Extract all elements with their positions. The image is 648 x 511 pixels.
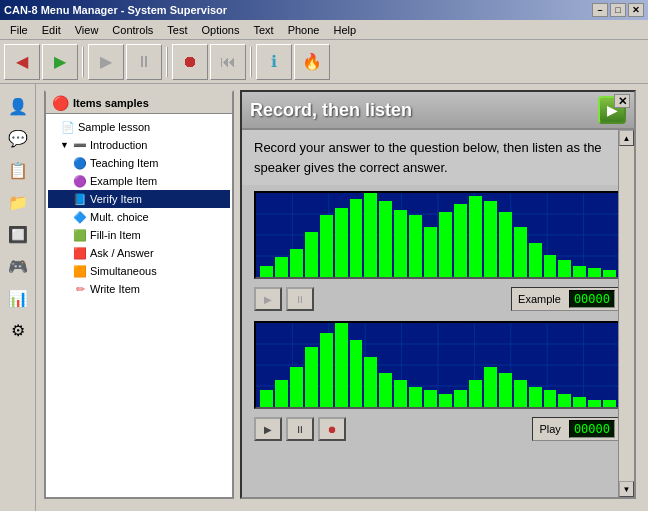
tree-item-sample-lesson[interactable]: 📄Sample lesson [48, 118, 230, 136]
waveform-bar [275, 380, 288, 407]
waveform-bar [469, 196, 482, 277]
waveform2-label-box: Play 00000 [532, 417, 622, 441]
tree-icon-introduction: ➖ [72, 137, 88, 153]
tree-item-ask-answer[interactable]: 🟥Ask / Answer [48, 244, 230, 262]
waveform-bar [394, 380, 407, 407]
waveform-bar [335, 323, 348, 407]
toolbar-btn-1[interactable]: ▶ [42, 44, 78, 80]
waveform-bar [529, 387, 542, 407]
tree-item-simultaneous[interactable]: 🟧Simultaneous [48, 262, 230, 280]
toolbar-btn-2[interactable]: ▶ [88, 44, 124, 80]
menu-item-edit[interactable]: Edit [36, 22, 67, 38]
menu-item-text[interactable]: Text [247, 22, 279, 38]
waveform-bar [305, 347, 318, 407]
toolbar-btn-3[interactable]: ⏸ [126, 44, 162, 80]
right-panel-scrollbar[interactable]: ▲ ▼ [618, 130, 634, 497]
waveform-bar [379, 373, 392, 407]
waveform-bar [305, 232, 318, 277]
waveform-bar [260, 266, 273, 277]
waveform1-counter: 00000 [569, 290, 615, 308]
left-icon-1[interactable]: 💬 [4, 124, 32, 152]
left-icon-3[interactable]: 📁 [4, 188, 32, 216]
waveform-bar [379, 201, 392, 277]
waveform-bar [499, 373, 512, 407]
scroll-track[interactable] [619, 146, 634, 481]
tree-item-introduction[interactable]: ▼➖Introduction [48, 136, 230, 154]
left-icon-5[interactable]: 🎮 [4, 252, 32, 280]
waveform-2 [254, 321, 622, 409]
tree-icon-simultaneous: 🟧 [72, 263, 88, 279]
tree-item-fill-in-item[interactable]: 🟩Fill-in Item [48, 226, 230, 244]
waveform-bar [484, 367, 497, 407]
menu-item-help[interactable]: Help [327, 22, 362, 38]
waveform2-play-btn[interactable]: ▶ [254, 417, 282, 441]
waveform-bar [320, 333, 333, 407]
waveform-bar [588, 400, 601, 407]
waveform-bar [290, 367, 303, 407]
toolbar-btn-5[interactable]: ⏮ [210, 44, 246, 80]
panel-title-text: Items samples [73, 97, 149, 109]
tree-label-sample-lesson: Sample lesson [78, 121, 150, 133]
tree-label-introduction: Introduction [90, 139, 147, 151]
tree-item-write-item[interactable]: ✏Write Item [48, 280, 230, 298]
record-header: Record, then listen ▶ [242, 92, 634, 130]
maximize-button[interactable]: □ [610, 3, 626, 17]
left-icon-7[interactable]: ⚙ [4, 316, 32, 344]
toolbar-btn-4[interactable]: ⏺ [172, 44, 208, 80]
menu-item-test[interactable]: Test [161, 22, 193, 38]
waveform1-controls: ▶ ⏸ Example 00000 [248, 285, 628, 315]
toolbar-btn-0[interactable]: ◀ [4, 44, 40, 80]
waveform2-record-btn[interactable]: ⏺ [318, 417, 346, 441]
waveform-bar [603, 400, 616, 407]
waveform-1 [254, 191, 622, 279]
waveform1-pause-btn[interactable]: ⏸ [286, 287, 314, 311]
title-bar-buttons: – □ ✕ [592, 3, 644, 17]
left-icon-6[interactable]: 📊 [4, 284, 32, 312]
waveform-bar [439, 212, 452, 277]
tree-icon-fill-in-item: 🟩 [72, 227, 88, 243]
title-bar-text: CAN-8 Menu Manager - System Supervisor [4, 4, 227, 16]
menu-item-phone[interactable]: Phone [282, 22, 326, 38]
menu-item-options[interactable]: Options [196, 22, 246, 38]
panel-title-icon: 🔴 [52, 95, 69, 111]
waveform-bar [409, 387, 422, 407]
tree-area[interactable]: 📄Sample lesson▼➖Introduction🔵Teaching It… [46, 114, 232, 497]
scroll-up-btn[interactable]: ▲ [619, 130, 634, 146]
waveform-bar [364, 193, 377, 277]
tree-item-mult-choice[interactable]: 🔷Mult. choice [48, 208, 230, 226]
tree-label-teaching-item: Teaching Item [90, 157, 158, 169]
tree-label-verify-item: Verify Item [90, 193, 142, 205]
tree-label-ask-answer: Ask / Answer [90, 247, 154, 259]
waveform-bar [350, 340, 363, 407]
tree-icon-mult-choice: 🔷 [72, 209, 88, 225]
menu-item-file[interactable]: File [4, 22, 34, 38]
tree-item-verify-item[interactable]: 📘Verify Item [48, 190, 230, 208]
menu-item-view[interactable]: View [69, 22, 105, 38]
left-icon-2[interactable]: 📋 [4, 156, 32, 184]
waveform-bar [514, 227, 527, 277]
waveform-bar [409, 215, 422, 277]
waveform-bar [454, 204, 467, 277]
toolbar-btn-7[interactable]: 🔥 [294, 44, 330, 80]
toolbar-separator-5 [250, 47, 252, 77]
scroll-down-btn[interactable]: ▼ [619, 481, 634, 497]
tree-icon-ask-answer: 🟥 [72, 245, 88, 261]
waveform-bar [350, 199, 363, 277]
record-panel: Record, then listen ▶ ✕ Record your answ… [240, 90, 636, 499]
tree-item-example-item[interactable]: 🟣Example Item [48, 172, 230, 190]
waveform2-pause-btn[interactable]: ⏸ [286, 417, 314, 441]
menu-item-controls[interactable]: Controls [106, 22, 159, 38]
waveform-bar [529, 243, 542, 277]
waveform-bar [439, 394, 452, 407]
waveform1-play-btn[interactable]: ▶ [254, 287, 282, 311]
minimize-button[interactable]: – [592, 3, 608, 17]
left-icon-4[interactable]: 🔲 [4, 220, 32, 248]
tree-item-teaching-item[interactable]: 🔵Teaching Item [48, 154, 230, 172]
waveform-bar [544, 255, 557, 277]
left-strip: 👤💬📋📁🔲🎮📊⚙ [0, 84, 36, 511]
left-icon-0[interactable]: 👤 [4, 92, 32, 120]
panel-close-button[interactable]: ✕ [614, 94, 630, 108]
close-button[interactable]: ✕ [628, 3, 644, 17]
waveform-bar [290, 249, 303, 277]
toolbar-btn-6[interactable]: ℹ [256, 44, 292, 80]
